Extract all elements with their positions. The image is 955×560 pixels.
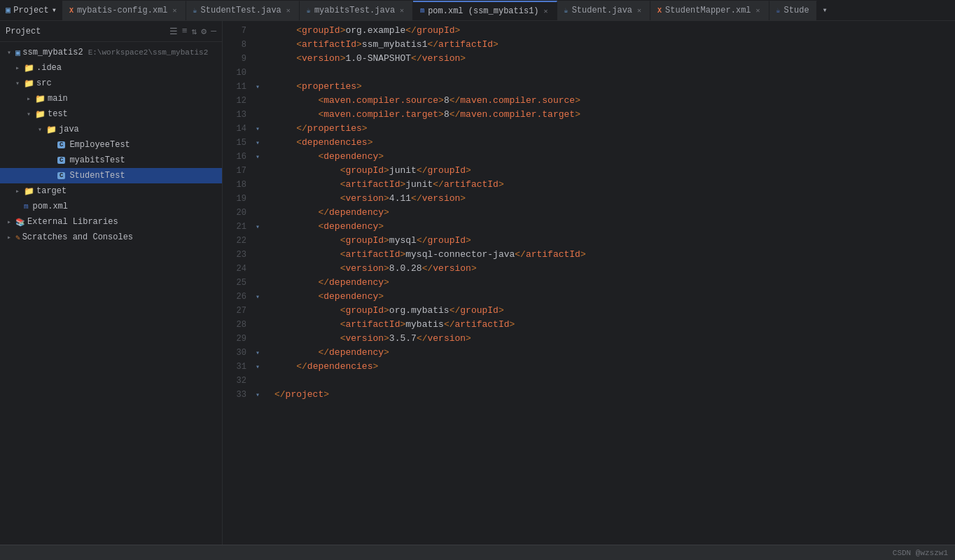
tree-item-idea[interactable]: 📁 .idea (0, 60, 222, 76)
fold-marker-31[interactable]: ▾ (252, 360, 263, 374)
sidebar: Project ☰ ≡ ⇅ ⚙ — ▣ ssm_mybatis2 E:\work… (0, 21, 223, 545)
tab-Stude[interactable]: ☕ Stude (769, 1, 817, 20)
tab-mybatis-config[interactable]: X mybatis-config.xml ✕ (62, 1, 186, 20)
code-line: <artifactId>mybatis</artifactId> (266, 318, 955, 332)
tab-close-icon[interactable]: ✕ (172, 6, 179, 15)
tree-label: EmployeeTest (69, 140, 130, 150)
folder-icon: 📁 (24, 63, 34, 74)
arrow-icon (13, 187, 22, 195)
project-icon: ▣ (6, 5, 11, 15)
code-line: </dependency> (266, 206, 955, 220)
tree-item-java[interactable]: 📁 java (0, 122, 222, 137)
tree-item-src[interactable]: 📁 src (0, 76, 222, 91)
tab-pom[interactable]: m pom.xml (ssm_mybatis1) ✕ (413, 1, 557, 20)
folder-icon: 📁 (24, 186, 34, 197)
code-line: <artifactId>mysql-connector-java</artifa… (266, 248, 955, 262)
tree-item-EmployeeTest[interactable]: C EmployeeTest (0, 137, 222, 153)
editor: 7 8 9 10 11 12 13 14 15 16 17 18 19 20 2… (223, 21, 955, 545)
tab-close-icon[interactable]: ✕ (285, 6, 292, 15)
tree-label: target (36, 186, 67, 196)
arrow-icon (5, 233, 13, 241)
pom-file-icon: m (24, 202, 29, 211)
code-line: </dependencies> (266, 360, 955, 374)
sidebar-title: Project (6, 27, 41, 36)
project-folder-icon: ▣ (15, 48, 20, 58)
java-icon: ☕ (193, 6, 197, 15)
tree-item-myabitsTest[interactable]: C myabitsTest (0, 153, 222, 168)
code-line: <version>8.0.28</version> (266, 262, 955, 276)
tree-label: Scratches and Consoles (22, 232, 133, 242)
code-line: <maven.compiler.source>8</maven.compiler… (266, 94, 955, 108)
code-line: </dependency> (266, 276, 955, 290)
editor-gutter: ▾ ▾ ▾ ▾ ▾ ▾ ▾ ▾ (252, 21, 266, 545)
code-line: </project> (266, 388, 955, 402)
tab-bar: X mybatis-config.xml ✕ ☕ StudentTest.jav… (62, 0, 949, 21)
sidebar-toolbar: ☰ ≡ ⇅ ⚙ — (169, 26, 216, 37)
tree-item-external-libs[interactable]: 📚 External Libraries (0, 214, 222, 230)
code-line: <groupId>junit</groupId> (266, 164, 955, 178)
code-content[interactable]: <groupId>org.example</groupId> <artifact… (266, 21, 955, 545)
arrow-icon (13, 79, 22, 88)
code-line: <version>4.11</version> (266, 192, 955, 206)
arrow-icon (5, 48, 13, 57)
code-line: <properties> (266, 80, 955, 94)
tab-StudentTest[interactable]: ☕ StudentTest.java ✕ (186, 1, 300, 20)
tree-item-scratches[interactable]: ✎ Scratches and Consoles (0, 230, 222, 245)
tree-label: main (48, 94, 68, 104)
tab-label: mybatis-config.xml (77, 6, 168, 15)
tree-label: test (48, 109, 68, 119)
code-area: 7 8 9 10 11 12 13 14 15 16 17 18 19 20 2… (223, 21, 955, 545)
code-line: <dependency> (266, 150, 955, 164)
tab-more-button[interactable]: ▾ (817, 1, 833, 20)
tree-path: E:\workspace2\ssm_mybatis2 (88, 48, 209, 57)
fold-marker-33[interactable]: ▾ (252, 388, 263, 402)
tree-item-root[interactable]: ▣ ssm_mybatis2 E:\workspace2\ssm_mybatis… (0, 45, 222, 60)
tab-close-icon[interactable]: ✕ (543, 6, 550, 16)
tab-myabitsTest[interactable]: ☕ myabitsTest.java ✕ (300, 1, 413, 20)
tree-item-pom-file[interactable]: m pom.xml (0, 199, 222, 214)
arrow-icon (25, 94, 33, 103)
sidebar-sort-icon[interactable]: ⇅ (192, 26, 197, 37)
sidebar-layout-icon[interactable]: ☰ (169, 26, 178, 37)
fold-marker-14[interactable]: ▾ (252, 122, 263, 136)
sidebar-collapse-icon[interactable]: — (211, 26, 216, 37)
tab-label: myabitsTest.java (314, 6, 395, 15)
tab-label: Student.java (572, 6, 632, 15)
code-line: <groupId>org.example</groupId> (266, 24, 955, 38)
arrow-icon (5, 218, 13, 226)
fold-marker-26[interactable]: ▾ (252, 290, 263, 304)
project-dropdown[interactable]: ▣ Project ▾ (6, 5, 57, 15)
xml-icon: X (657, 7, 662, 15)
tab-close-icon[interactable]: ✕ (636, 6, 643, 15)
code-line: <dependencies> (266, 136, 955, 150)
tree-label: ssm_mybatis2 (22, 48, 83, 57)
java-file-icon: C (57, 172, 65, 179)
tab-close-icon[interactable]: ✕ (755, 6, 762, 15)
code-line: </properties> (266, 122, 955, 136)
fold-marker-16[interactable]: ▾ (252, 150, 263, 164)
tree-item-StudentTest[interactable]: C StudentTest (0, 168, 222, 183)
fold-marker-15[interactable]: ▾ (252, 136, 263, 150)
dropdown-arrow-icon: ▾ (52, 5, 57, 15)
title-bar: ▣ Project ▾ X mybatis-config.xml ✕ ☕ Stu… (0, 0, 955, 21)
java-file-icon: C (57, 157, 65, 164)
tab-close-icon[interactable]: ✕ (398, 6, 405, 15)
tree-item-target[interactable]: 📁 target (0, 183, 222, 199)
arrow-icon (36, 125, 44, 134)
sidebar-settings-icon[interactable]: ⚙ (201, 26, 207, 37)
tab-StudentMapper[interactable]: X StudentMapper.xml ✕ (650, 1, 769, 20)
tab-Student[interactable]: ☕ Student.java ✕ (557, 1, 650, 20)
folder-icon: 📁 (24, 78, 34, 89)
tree-item-test[interactable]: 📁 test (0, 106, 222, 122)
fold-marker-21[interactable]: ▾ (252, 220, 263, 234)
fold-marker-30[interactable]: ▾ (252, 346, 263, 360)
tree-label: pom.xml (33, 202, 68, 211)
tab-label: Stude (784, 6, 809, 15)
main-area: Project ☰ ≡ ⇅ ⚙ — ▣ ssm_mybatis2 E:\work… (0, 21, 955, 545)
fold-marker-11[interactable]: ▾ (252, 80, 263, 94)
tree-item-main[interactable]: 📁 main (0, 91, 222, 106)
arrow-icon (25, 110, 33, 118)
tree-label: java (59, 125, 79, 134)
sidebar-list-icon[interactable]: ≡ (182, 26, 188, 37)
status-bar: CSDN @wzszw1 (0, 545, 955, 560)
